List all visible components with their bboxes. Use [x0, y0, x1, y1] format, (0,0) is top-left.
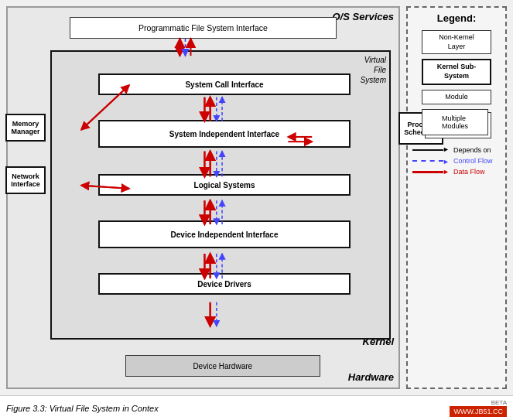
kernel-area: VirtualFileSystem System Call Interface …: [50, 50, 391, 340]
legend-panel: Legend: Non-KernelLayer Kernel Sub-Syste…: [406, 6, 507, 389]
legend-kernel-sub-box: Kernel Sub-System: [422, 59, 491, 84]
memory-manager-box: MemoryManager: [5, 114, 46, 142]
figure-label: Figure 3.3: Virtual File System in Conte…: [6, 404, 159, 413]
legend-module-box: Module: [422, 90, 491, 105]
legend-data-flow: ► Data Flow: [412, 168, 501, 176]
legend-non-kernel-box: Non-KernelLayer: [422, 30, 491, 54]
site-badge: WWW.JB51.CC: [450, 406, 507, 417]
logical-systems-box: Logical Systems: [98, 174, 351, 196]
network-interface-box: NetworkInterface: [5, 166, 46, 194]
system-call-interface-box: System Call Interface: [98, 73, 351, 95]
system-independent-interface-box: System Independent Interface: [98, 120, 351, 148]
legend-kernel-sub: Kernel Sub-System: [412, 59, 501, 84]
device-independent-interface-box: Device Independent Interface: [98, 220, 351, 248]
vfs-label: VirtualFileSystem: [361, 55, 386, 85]
legend-depends-on: ► Depends on: [412, 146, 501, 154]
main-container: O/S Services Kernel Hardware Programmati…: [0, 0, 513, 420]
os-services-label: O/S Services: [333, 11, 395, 22]
caption-bar: Figure 3.3: Virtual File System in Conte…: [0, 395, 513, 420]
beta-label: BETA: [491, 399, 507, 406]
left-diagram: O/S Services Kernel Hardware Programmati…: [6, 6, 400, 389]
diagram-area: O/S Services Kernel Hardware Programmati…: [0, 0, 513, 395]
programmatic-fs-box: Programmatic File System Interface: [70, 17, 337, 39]
legend-module: Module: [412, 90, 501, 105]
device-hardware-box: Device Hardware: [125, 355, 321, 377]
legend-non-kernel: Non-KernelLayer: [412, 30, 501, 54]
legend-title: Legend:: [412, 12, 501, 24]
device-drivers-box: Device Drivers: [98, 273, 351, 295]
legend-control-flow: ► Control Flow: [412, 157, 501, 165]
hardware-label: Hardware: [348, 371, 394, 383]
legend-arrows: ► Depends on ► Control Flow: [412, 146, 501, 176]
legend-multiple-modules: MultipleModules: [412, 109, 501, 138]
